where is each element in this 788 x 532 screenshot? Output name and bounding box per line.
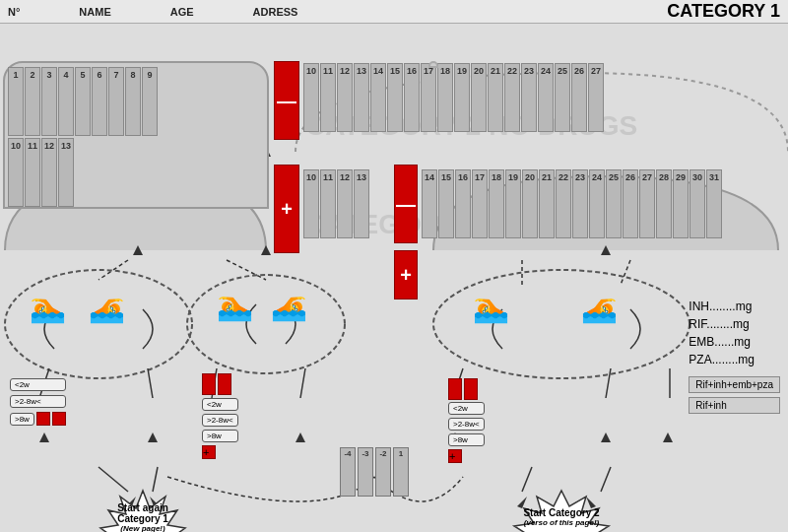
box-18b: 18 bbox=[489, 169, 504, 238]
btn-rif-inh[interactable]: Rif+inh bbox=[689, 397, 780, 414]
svg-point-2 bbox=[433, 270, 690, 378]
box-15: 15 bbox=[387, 63, 403, 132]
starburst-text-1: Start again Category 1 (New page!) bbox=[117, 502, 168, 533]
box-25b: 25 bbox=[606, 169, 622, 238]
box-18: 18 bbox=[437, 63, 453, 132]
neg-box-2: -2 bbox=[375, 447, 391, 497]
red-sq-2 bbox=[52, 412, 66, 426]
time-group-1: <2w >2-8w< >8w bbox=[10, 378, 66, 426]
btn-lt2w-1[interactable]: <2w bbox=[10, 378, 66, 391]
box-19b: 19 bbox=[505, 169, 521, 238]
svg-marker-18 bbox=[39, 432, 49, 442]
btn-gt2_8w-1[interactable]: >2-8w< bbox=[10, 395, 66, 408]
box-27: 27 bbox=[588, 63, 604, 132]
box-20b: 20 bbox=[522, 169, 538, 238]
box-28b: 28 bbox=[656, 169, 672, 238]
box-9: 9 bbox=[142, 67, 158, 136]
box-22b: 22 bbox=[556, 169, 571, 238]
svg-marker-31 bbox=[133, 245, 143, 255]
box-5: 5 bbox=[75, 67, 91, 136]
red-small-4 bbox=[464, 378, 478, 400]
box-24b: 24 bbox=[589, 169, 605, 238]
box-15b: 15 bbox=[438, 169, 454, 238]
main-area: CATEGORY 2 NO DRUGS CATEGORY 2 NO DRUGS bbox=[0, 24, 788, 532]
box-12: 12 bbox=[337, 63, 353, 132]
inh-label: INH........mg bbox=[689, 299, 780, 313]
box-25: 25 bbox=[555, 63, 570, 132]
box-31b: 31 bbox=[706, 169, 722, 238]
starburst-category1: Start again Category 1 (New page!) bbox=[79, 489, 207, 532]
btn-rif-inh-emb-pza[interactable]: Rif+inh+emb+pza bbox=[689, 376, 780, 393]
neg-box-4: -4 bbox=[340, 447, 356, 497]
box-20: 20 bbox=[471, 63, 487, 132]
btn-gt8w-3[interactable]: >8w bbox=[448, 433, 485, 446]
box-13a: 13 bbox=[58, 138, 74, 207]
box-16: 16 bbox=[404, 63, 420, 132]
box-22: 22 bbox=[504, 63, 520, 132]
figure-center2: 🏊 bbox=[271, 288, 307, 322]
btn-gt2_8w-3[interactable]: >2-8w< bbox=[448, 418, 485, 431]
box-30b: 30 bbox=[690, 169, 705, 238]
red-small-1 bbox=[202, 373, 216, 395]
col-address: ADRESS bbox=[253, 6, 298, 18]
box-26: 26 bbox=[571, 63, 587, 132]
starburst-category2: Start Category 2 (verso of this page!) bbox=[483, 489, 640, 532]
figure-center1: 🏊 bbox=[217, 288, 253, 322]
red-plus-box-left: + bbox=[274, 165, 299, 253]
box-1: 1 bbox=[8, 67, 24, 136]
plus-sign-left: + bbox=[281, 198, 293, 221]
box-26b: 26 bbox=[623, 169, 638, 238]
svg-line-4 bbox=[227, 260, 266, 280]
svg-marker-32 bbox=[261, 245, 271, 255]
box-6: 6 bbox=[92, 67, 107, 136]
box-10b: 10 bbox=[303, 169, 319, 238]
category-title: CATEGORY 1 bbox=[667, 1, 780, 22]
col-name: NAME bbox=[79, 6, 110, 18]
bottom-right-row2: 14 15 16 17 18 19 20 21 22 23 24 25 26 2… bbox=[422, 169, 722, 238]
svg-point-1 bbox=[187, 275, 345, 373]
box-17b: 17 bbox=[472, 169, 488, 238]
box-2: 2 bbox=[25, 67, 40, 136]
row2-boxes: 10 11 12 13 bbox=[8, 138, 264, 207]
box-12b: 12 bbox=[337, 169, 353, 238]
box-21: 21 bbox=[488, 63, 503, 132]
box-10a: 10 bbox=[8, 138, 24, 207]
svg-marker-21 bbox=[296, 432, 305, 442]
btn-lt2w-2[interactable]: <2w bbox=[202, 398, 238, 411]
box-21b: 21 bbox=[539, 169, 555, 238]
box-11b: 11 bbox=[320, 169, 336, 238]
figure-left1: 🏊 bbox=[30, 290, 66, 324]
svg-line-3 bbox=[98, 260, 128, 280]
box-24: 24 bbox=[538, 63, 554, 132]
figure-left2: 🏊 bbox=[89, 290, 125, 324]
box-29b: 29 bbox=[673, 169, 689, 238]
col-number: N° bbox=[8, 6, 20, 18]
pza-label: PZA........mg bbox=[689, 353, 780, 366]
red-small-3 bbox=[448, 378, 462, 400]
neg-box-1: 1 bbox=[393, 447, 409, 497]
figure-right2: 🏊 bbox=[581, 290, 618, 324]
btn-lt2w-3[interactable]: <2w bbox=[448, 402, 485, 415]
red-plus-small-2: + bbox=[448, 449, 462, 463]
svg-point-0 bbox=[5, 270, 192, 378]
box-27b: 27 bbox=[639, 169, 655, 238]
btn-gt8w-1[interactable]: >8w bbox=[10, 413, 34, 426]
page-header: N° NAME AGE ADRESS CATEGORY 1 bbox=[0, 0, 788, 24]
figure-right1: 🏊 bbox=[473, 290, 509, 324]
right-pill bbox=[428, 61, 438, 68]
time-group-3: <2w >2-8w< >8w + bbox=[448, 378, 485, 463]
btn-gt8w-2[interactable]: >8w bbox=[202, 430, 238, 442]
svg-marker-33 bbox=[601, 245, 611, 255]
rif-label: RIF........mg bbox=[689, 317, 780, 331]
box-12a: 12 bbox=[41, 138, 57, 207]
col-age: AGE bbox=[170, 6, 194, 18]
row1-boxes: 1 2 3 4 5 6 7 8 9 bbox=[8, 67, 264, 136]
box-16b: 16 bbox=[455, 169, 471, 238]
top-right-row1: 10 11 12 13 14 15 16 17 18 19 20 21 22 2… bbox=[303, 63, 604, 132]
red-small-2 bbox=[218, 373, 231, 395]
box-11: 11 bbox=[320, 63, 336, 132]
btn-gt2_8w-2[interactable]: >2-8w< bbox=[202, 414, 238, 427]
box-7: 7 bbox=[108, 67, 124, 136]
red-minus-box2: — bbox=[394, 165, 418, 243]
svg-marker-19 bbox=[148, 432, 158, 442]
